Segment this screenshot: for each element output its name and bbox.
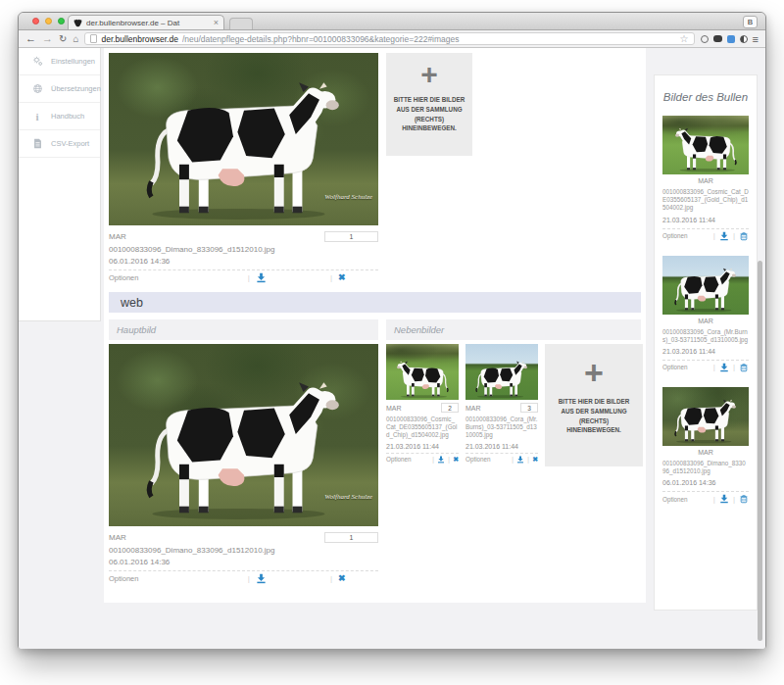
toolbar-extension-icon-2[interactable]: [713, 35, 722, 42]
forward-icon[interactable]: →: [42, 33, 53, 44]
bull-images-panel: Bilder des Bullen MAR 001000833096_Cosmi…: [654, 74, 758, 611]
image-dropzone[interactable]: + BITTE HIER DIE BILDER AUS DER SAMMLUNG…: [545, 344, 643, 466]
order-input[interactable]: 1: [324, 231, 378, 242]
nebenbild-image[interactable]: [386, 344, 459, 400]
sidebar-item-einstellungen[interactable]: Einstellungen: [19, 48, 100, 75]
section-header-web: web: [109, 292, 641, 313]
image-date: 21.03.2016 11:44: [662, 217, 749, 227]
trash-icon[interactable]: [739, 231, 749, 241]
page-viewport: Einstellungen Übersetzungen i Handbuch C…: [19, 48, 765, 649]
panel-image[interactable]: [662, 116, 749, 174]
hauptbild-image[interactable]: Wolfhard Schulze: [109, 53, 378, 225]
order-input[interactable]: 3: [520, 403, 538, 413]
image-dropzone[interactable]: + BITTE HIER DIE BILDER AUS DER SAMMLUNG…: [386, 53, 472, 156]
dropzone-hint: BITTE HIER DIE BILDER AUS DER SAMMLUNG (…: [392, 95, 466, 133]
panel-image-card: MAR 001000833096_Cora_(Mr.Burns)_03-5371…: [662, 256, 749, 374]
plus-icon: +: [584, 360, 604, 386]
profile-button[interactable]: B: [743, 16, 758, 28]
panel-image[interactable]: [662, 256, 749, 315]
remove-icon[interactable]: ✖: [532, 456, 538, 463]
panel-image-card: MAR 001000833096_Dimano_833096_d1512010.…: [662, 387, 749, 506]
remove-icon[interactable]: ✖: [338, 273, 346, 282]
download-icon[interactable]: [256, 573, 267, 584]
nebenbild-image[interactable]: [466, 344, 538, 400]
nebenbilder-column-label: Nebenbilder: [386, 319, 641, 340]
options-link[interactable]: Optionen: [109, 574, 217, 583]
separator: |: [248, 273, 250, 282]
options-link[interactable]: Optionen: [466, 456, 509, 463]
new-tab-button[interactable]: [229, 18, 253, 29]
remove-icon[interactable]: ✖: [453, 456, 459, 463]
separator: |: [713, 231, 715, 240]
hauptbild-column-label: Hauptbild: [109, 319, 378, 340]
image-date: 21.03.2016 11:44: [662, 348, 749, 359]
csv-document-icon: [31, 138, 43, 149]
browser-toolbar: ← → ↻ ⌂ der.bullenbrowser.de /neu/datenp…: [19, 30, 765, 48]
url-host: der.bullenbrowser.de: [101, 34, 177, 44]
toolbar-extension-icon-4[interactable]: [740, 35, 748, 43]
options-link[interactable]: Optionen: [662, 232, 710, 239]
home-icon[interactable]: ⌂: [73, 34, 78, 44]
back-icon[interactable]: ←: [25, 33, 36, 44]
tab-close-icon[interactable]: ×: [214, 18, 219, 27]
sidebar-item-label: Übersetzungen: [51, 84, 101, 93]
globe-icon: [31, 83, 43, 94]
hauptbild-column: Wolfhard Schulze MAR 1 001000833096_Dima…: [109, 344, 378, 586]
zoom-window-button[interactable]: [58, 18, 65, 24]
options-link[interactable]: Optionen: [662, 364, 710, 370]
panel-image-card: MAR 001000833096_Cosmic_Cat_DE0355605137…: [662, 116, 749, 243]
window-controls: [32, 18, 65, 24]
sidebar-item-uebersetzungen[interactable]: Übersetzungen: [19, 75, 100, 103]
bookmark-star-icon[interactable]: ☆: [680, 33, 689, 44]
image-filename: 001000833096_Dimano_833096_d1512010.jpg: [109, 245, 378, 254]
trash-icon[interactable]: [739, 494, 749, 504]
hauptbild-web-image[interactable]: Wolfhard Schulze: [109, 344, 378, 526]
options-link[interactable]: Optionen: [386, 456, 429, 463]
sidebar-item-label: Handbuch: [51, 112, 84, 121]
category-label: MAR: [662, 177, 749, 184]
order-input[interactable]: 1: [324, 532, 378, 543]
image-filename: 001000833096_Cosmic_Cat_DE0355605137_(Go…: [386, 416, 459, 440]
download-icon[interactable]: [719, 494, 729, 504]
category-label: MAR: [386, 405, 402, 412]
remove-icon[interactable]: ✖: [338, 574, 346, 583]
image-filename: 001000833096_Dimano_833096_d1512010.jpg: [109, 546, 378, 555]
address-bar[interactable]: der.bullenbrowser.de /neu/datenpflege-de…: [84, 32, 694, 45]
image-filename: 001000833096_Cora_(Mr.Burns)_03-53711505…: [466, 416, 538, 440]
category-label: MAR: [109, 232, 126, 241]
menu-icon[interactable]: ≡: [753, 33, 759, 45]
image-date: 06.01.2016 14:36: [662, 479, 749, 490]
toolbar-extensions: ≡: [701, 33, 759, 45]
browser-tab[interactable]: der.bullenbrowser.de – Dat ×: [68, 15, 224, 29]
download-icon[interactable]: [256, 272, 267, 283]
browser-window: der.bullenbrowser.de – Dat × B ← → ↻ ⌂ d…: [18, 12, 766, 649]
sidebar-item-csv-export[interactable]: CSV-Export: [19, 130, 100, 158]
download-icon[interactable]: [437, 456, 445, 464]
panel-title: Bilder des Bullen: [662, 91, 749, 103]
image-date: 06.01.2016 14:36: [109, 558, 378, 570]
desktop: der.bullenbrowser.de – Dat × B ← → ↻ ⌂ d…: [0, 0, 784, 685]
cow-photo: [667, 127, 743, 172]
nebenbild-card: MAR 2 001000833096_Cosmic_Cat_DE03556051…: [386, 344, 459, 465]
download-icon[interactable]: [719, 363, 729, 372]
separator: |: [713, 363, 715, 371]
reload-icon[interactable]: ↻: [59, 34, 67, 44]
toolbar-extension-icon-1[interactable]: [701, 35, 709, 43]
close-window-button[interactable]: [32, 18, 39, 24]
trash-icon[interactable]: [739, 363, 749, 372]
sidebar-item-handbuch[interactable]: i Handbuch: [19, 103, 100, 130]
order-input[interactable]: 2: [441, 403, 459, 413]
panel-image[interactable]: [662, 387, 749, 446]
minimize-window-button[interactable]: [45, 18, 52, 24]
category-label: MAR: [662, 318, 749, 324]
main-content: Wolfhard Schulze + BITTE HIER DIE BILDER…: [104, 48, 646, 603]
scrollbar-thumb[interactable]: [758, 261, 762, 641]
toolbar-extension-icon-3[interactable]: [727, 35, 735, 43]
sidebar-item-label: Einstellungen: [51, 57, 95, 66]
options-link[interactable]: Optionen: [662, 496, 710, 503]
sidebar: Einstellungen Übersetzungen i Handbuch C…: [19, 48, 101, 321]
options-link[interactable]: Optionen: [109, 273, 217, 282]
image-filename: 001000833096_Dimano_833096_d1512010.jpg: [662, 460, 749, 475]
download-icon[interactable]: [719, 231, 729, 241]
download-icon[interactable]: [516, 456, 524, 464]
